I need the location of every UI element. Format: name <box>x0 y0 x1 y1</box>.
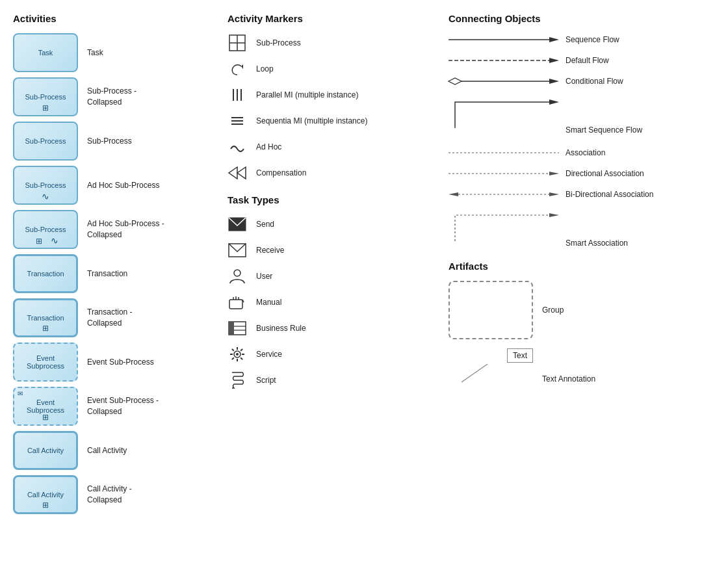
directional-assoc-label: Directional Association <box>566 169 644 178</box>
adhoc-collapsed-label: Ad Hoc Sub-Process -Collapsed <box>87 218 164 240</box>
script-symbol <box>228 370 247 390</box>
call-activity-collapsed-label: Call Activity -Collapsed <box>87 484 132 506</box>
adhoc-symbol <box>228 137 247 157</box>
event-subprocess-box[interactable]: EventSubprocess <box>13 343 78 382</box>
transaction-box-label: Transaction <box>27 270 64 278</box>
smart-assoc-label: Smart Association <box>566 239 628 248</box>
task-box-label: Task <box>38 49 53 57</box>
connect-association: Association <box>448 146 708 159</box>
annotation-line-svg <box>455 364 494 384</box>
call-activity-collapsed-box-label: Call Activity <box>27 491 64 499</box>
conditional-flow-line <box>448 75 559 88</box>
event-subprocess-box-label: EventSubprocess <box>27 354 64 370</box>
smart-sequence-label: Smart Sequence Flow <box>566 125 642 135</box>
call-activity-box[interactable]: Call Activity <box>13 431 78 470</box>
svg-marker-38 <box>448 78 462 84</box>
loop-symbol <box>228 59 247 79</box>
svg-marker-35 <box>549 37 559 42</box>
envelope-icon: ✉ <box>18 390 23 397</box>
subprocess-box[interactable]: Sub-Process <box>13 122 78 161</box>
text-annotation-label: Text Annotation <box>542 374 595 384</box>
task-types-section: Task Types Send <box>228 194 436 390</box>
adhoc-collapsed-box[interactable]: Sub-Process ⊞ ∿ <box>13 210 78 249</box>
grid-marker: ⊞ <box>42 103 49 112</box>
sequence-flow-line <box>448 33 559 46</box>
event-subprocess-collapsed-label: Event Sub-Process -Collapsed <box>87 395 159 417</box>
event-subprocess-collapsed-box[interactable]: ✉ EventSubprocess ⊞ <box>13 387 78 426</box>
sequence-flow-label: Sequence Flow <box>566 35 619 44</box>
manual-label: Manual <box>256 298 281 307</box>
bidir-assoc-label: Bi-Directional Association <box>566 190 653 199</box>
parallel-symbol <box>228 85 247 105</box>
activity-row-transaction: Transaction Transaction <box>13 254 214 293</box>
marker-sequential: Sequentia MI (multiple instance) <box>228 111 436 131</box>
svg-marker-45 <box>448 192 458 196</box>
connect-smart-sequence: Smart Sequence Flow <box>448 96 708 135</box>
connect-smart-assoc: Smart Association <box>448 209 708 248</box>
event-subprocess-collapsed-box-label: EventSubprocess <box>27 398 64 414</box>
adhoc-marker-label: Ad Hoc <box>256 142 281 151</box>
transaction-label: Transaction <box>87 268 127 280</box>
receive-label: Receive <box>256 246 284 255</box>
markers-section: Activity Markers Sub-Process Loop <box>221 13 442 519</box>
tasktype-user: User <box>228 266 436 286</box>
transaction-collapsed-box[interactable]: Transaction ⊞ <box>13 298 78 337</box>
marker-adhoc: Ad Hoc <box>228 137 436 157</box>
default-flow-line <box>448 54 559 67</box>
svg-marker-10 <box>229 167 237 179</box>
tasktype-business: Business Rule <box>228 318 436 338</box>
service-symbol <box>228 344 247 364</box>
transaction-collapsed-label: Transaction -Collapsed <box>87 307 133 329</box>
subprocess-symbol <box>228 33 247 53</box>
adhoc-box[interactable]: Sub-Process ∿ <box>13 166 78 205</box>
connect-bidir-assoc: Bi-Directional Association <box>448 188 708 201</box>
artifact-text-annotation: Text Text Annotation <box>448 348 708 384</box>
service-label: Service <box>256 350 282 359</box>
subprocess-collapsed-box[interactable]: Sub-Process ⊞ <box>13 77 78 116</box>
subprocess-label: Sub-Process <box>87 136 132 147</box>
svg-marker-37 <box>549 58 559 63</box>
text-annotation-graphic: Text <box>448 348 533 384</box>
artifacts-title: Artifacts <box>448 261 708 272</box>
grid-marker4: ⊞ <box>42 413 49 422</box>
group-box <box>448 281 533 339</box>
send-symbol <box>228 214 247 234</box>
svg-rect-21 <box>229 322 234 335</box>
compensation-symbol <box>228 163 247 183</box>
svg-marker-41 <box>549 99 559 105</box>
call-activity-label: Call Activity <box>87 445 127 456</box>
tasktype-manual: Manual <box>228 292 436 312</box>
default-flow-label: Default Flow <box>566 56 609 65</box>
receive-symbol <box>228 240 247 260</box>
svg-line-30 <box>232 349 234 351</box>
artifacts-section: Artifacts Group Text Text Annotation <box>448 261 708 384</box>
loop-marker-label: Loop <box>256 64 274 73</box>
transaction-box[interactable]: Transaction <box>13 254 78 293</box>
svg-line-49 <box>462 364 488 382</box>
subprocess-marker-label: Sub-Process <box>256 38 301 47</box>
directional-assoc-line <box>448 167 559 180</box>
text-box: Text <box>507 348 533 363</box>
svg-rect-15 <box>229 300 242 309</box>
activity-row-subprocess: Sub-Process Sub-Process <box>13 122 214 161</box>
business-symbol <box>228 318 247 338</box>
bidir-assoc-line <box>448 188 559 201</box>
task-box[interactable]: Task <box>13 33 78 72</box>
sequential-symbol <box>228 111 247 131</box>
activity-row-call-activity-collapsed: Call Activity ⊞ Call Activity -Collapsed <box>13 475 214 514</box>
subprocess-collapsed-label: Sub-Process -Collapsed <box>87 86 136 108</box>
activity-row-call-activity: Call Activity Call Activity <box>13 431 214 470</box>
association-label: Association <box>566 148 605 157</box>
activity-row-task: Task Task <box>13 33 214 72</box>
svg-line-31 <box>240 358 242 359</box>
user-label: User <box>256 272 272 281</box>
activities-section: Activities Task Task Sub-Process ⊞ Sub-P… <box>13 13 221 519</box>
subprocess-collapsed-box-label: Sub-Process <box>25 93 66 101</box>
tasktype-receive: Receive <box>228 240 436 260</box>
activity-row-adhoc-collapsed: Sub-Process ⊞ ∿ Ad Hoc Sub-Process -Coll… <box>13 210 214 249</box>
association-line <box>448 146 559 159</box>
adhoc-collapsed-box-label: Sub-Process <box>25 226 66 233</box>
svg-marker-48 <box>549 213 559 217</box>
call-activity-collapsed-box[interactable]: Call Activity ⊞ <box>13 475 78 514</box>
connect-sequence-flow: Sequence Flow <box>448 33 708 46</box>
